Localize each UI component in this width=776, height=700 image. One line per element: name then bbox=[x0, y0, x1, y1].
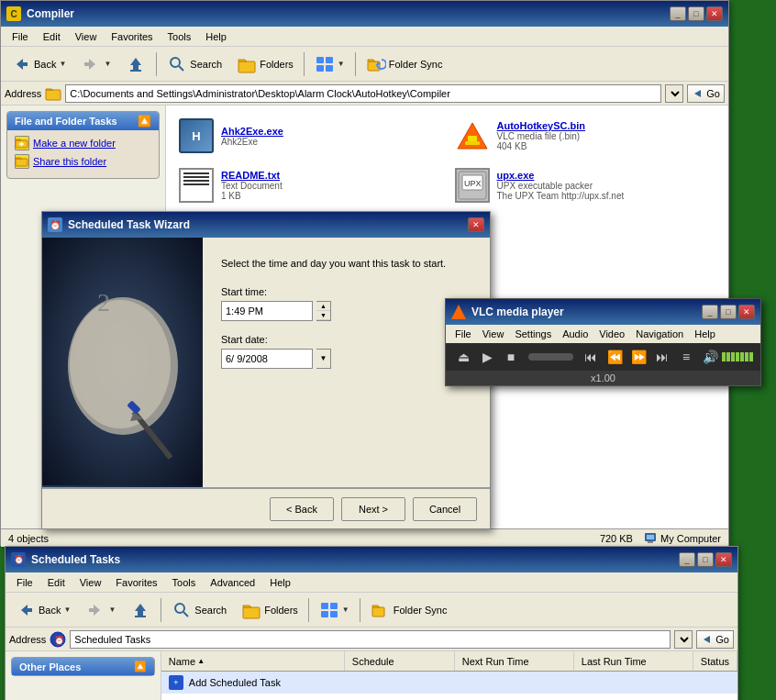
table-row[interactable]: + Add Scheduled Task bbox=[161, 672, 737, 694]
vlc-mute-btn[interactable]: 🔊 bbox=[700, 347, 720, 367]
tasks-folder-sync-btn[interactable]: Folder Sync bbox=[364, 596, 454, 624]
back-btn[interactable]: < Back bbox=[270, 497, 334, 521]
vlc-close-btn[interactable]: ✕ bbox=[738, 305, 755, 319]
tasks-minimize-btn[interactable]: _ bbox=[679, 552, 695, 567]
tasks-view-btn[interactable]: ▼ bbox=[313, 596, 356, 624]
vlc-eject-btn[interactable]: ⏏ bbox=[453, 347, 473, 367]
tasks-forward-btn[interactable]: ▼ bbox=[79, 596, 122, 624]
tasks-up-btn[interactable] bbox=[124, 596, 157, 624]
computer-label: My Computer bbox=[644, 532, 721, 545]
wizard-close-btn[interactable]: ✕ bbox=[468, 217, 484, 232]
menu-file[interactable]: File bbox=[5, 29, 36, 44]
menu-edit[interactable]: Edit bbox=[36, 29, 68, 44]
col-name[interactable]: Name ▲ bbox=[161, 651, 345, 671]
tasks-menu-file[interactable]: File bbox=[9, 575, 40, 590]
vlc-stop-btn[interactable]: ■ bbox=[501, 347, 521, 367]
time-spinner-up[interactable]: ▲ bbox=[316, 302, 330, 311]
vlc-playlist-btn[interactable]: ≡ bbox=[676, 347, 696, 367]
search-button[interactable]: Search bbox=[161, 50, 228, 78]
vlc-maximize-btn[interactable]: □ bbox=[720, 305, 737, 319]
svg-rect-7 bbox=[316, 57, 324, 63]
file-upx[interactable]: UPX upx.exe UPX executable packer The UP… bbox=[451, 164, 720, 206]
vlc-volume: 🔊 bbox=[700, 347, 753, 367]
tasks-address-label: Address bbox=[9, 634, 46, 645]
share-folder-link[interactable]: Share this folder bbox=[15, 154, 151, 169]
tasks-address-dropdown[interactable]: ▼ bbox=[674, 630, 693, 649]
tasks-up-icon bbox=[130, 600, 150, 620]
tasks-menu-help[interactable]: Help bbox=[262, 575, 298, 590]
tasks-menu-edit[interactable]: Edit bbox=[40, 575, 72, 590]
start-time-label: Start time: bbox=[221, 286, 471, 297]
view-button[interactable]: ▼ bbox=[308, 50, 351, 78]
col-schedule[interactable]: Schedule bbox=[345, 651, 455, 671]
vlc-prev-btn[interactable]: ⏮ bbox=[581, 347, 601, 367]
forward-button[interactable]: ▼ bbox=[74, 50, 117, 78]
svg-marker-1 bbox=[84, 59, 95, 70]
tasks-menu-view[interactable]: View bbox=[72, 575, 109, 590]
menu-view[interactable]: View bbox=[68, 29, 105, 44]
tasks-menu-favorites[interactable]: Favorites bbox=[108, 575, 164, 590]
vlc-rewind-btn[interactable]: ⏪ bbox=[604, 347, 625, 367]
next-btn[interactable]: Next > bbox=[341, 497, 405, 521]
svg-rect-21 bbox=[468, 136, 477, 141]
tasks-search-btn[interactable]: Search bbox=[165, 596, 233, 624]
back-button[interactable]: Back ▼ bbox=[5, 50, 72, 78]
vlc-menu-help[interactable]: Help bbox=[689, 327, 721, 341]
compiler-title: Compiler bbox=[27, 7, 74, 20]
date-dropdown-arrow[interactable]: ▼ bbox=[316, 349, 331, 369]
tasks-folder-sync-icon bbox=[371, 600, 391, 620]
file-ahk2exe[interactable]: H Ahk2Exe.exe Ahk2Exe bbox=[175, 115, 444, 157]
col-status[interactable]: Status bbox=[693, 651, 737, 671]
up-button[interactable] bbox=[119, 50, 152, 78]
tasks-close-btn[interactable]: ✕ bbox=[715, 552, 732, 567]
tasks-menu-advanced[interactable]: Advanced bbox=[203, 575, 262, 590]
tasks-back-btn[interactable]: Back ▼ bbox=[9, 596, 77, 624]
vlc-titlebar: VLC media player _ □ ✕ bbox=[446, 299, 760, 325]
compiler-toolbar: Back ▼ ▼ Search Folders bbox=[1, 47, 728, 82]
col-next-run[interactable]: Next Run Time bbox=[455, 651, 574, 671]
vlc-minimize-btn[interactable]: _ bbox=[702, 305, 718, 319]
address-dropdown[interactable]: ▼ bbox=[665, 84, 683, 103]
vlc-play-btn[interactable]: ▶ bbox=[477, 347, 497, 367]
tasks-folders-btn[interactable]: Folders bbox=[235, 596, 305, 624]
folders-button[interactable]: Folders bbox=[230, 50, 300, 78]
cancel-btn[interactable]: Cancel bbox=[413, 497, 477, 521]
tasks-menu-tools[interactable]: Tools bbox=[165, 575, 204, 590]
tasks-go-btn[interactable]: Go bbox=[696, 630, 734, 649]
compiler-minimize-btn[interactable]: _ bbox=[670, 6, 686, 21]
vlc-next-btn[interactable]: ⏭ bbox=[652, 347, 672, 367]
vlc-vol-seg-6 bbox=[745, 352, 748, 361]
address-go-btn[interactable]: Go bbox=[687, 84, 725, 103]
menu-help[interactable]: Help bbox=[198, 29, 234, 44]
menu-tools[interactable]: Tools bbox=[161, 29, 199, 44]
vlc-menu-file[interactable]: File bbox=[449, 327, 477, 341]
compiler-controls: _ □ ✕ bbox=[670, 6, 723, 21]
time-spinner-down[interactable]: ▼ bbox=[316, 311, 330, 320]
time-spinner[interactable]: ▲ ▼ bbox=[316, 301, 331, 321]
vlc-progress-bar[interactable] bbox=[528, 353, 573, 361]
tasks-sidebar: Other Places 🔼 bbox=[6, 651, 161, 700]
file-autohotkey-bin[interactable]: AutoHotkeySC.bin VLC media file (.bin) 4… bbox=[451, 115, 720, 157]
start-time-group: Start time: ▲ ▼ bbox=[221, 286, 471, 321]
file-readme[interactable]: README.txt Text Document 1 KB bbox=[175, 164, 444, 206]
start-time-input[interactable] bbox=[221, 301, 313, 321]
tasks-back-icon bbox=[16, 600, 36, 620]
address-field[interactable] bbox=[65, 84, 661, 103]
vlc-menu-view[interactable]: View bbox=[477, 327, 510, 341]
vlc-bin-icon bbox=[455, 118, 490, 153]
menu-favorites[interactable]: Favorites bbox=[104, 29, 160, 44]
tasks-address-field[interactable] bbox=[70, 630, 671, 649]
tasks-titlebar: ⏰ Scheduled Tasks _ □ ✕ bbox=[6, 547, 737, 572]
folder-sync-button[interactable]: Folder Sync bbox=[360, 50, 449, 78]
compiler-close-btn[interactable]: ✕ bbox=[706, 6, 723, 21]
vlc-menu-navigation[interactable]: Navigation bbox=[630, 327, 689, 341]
vlc-menu-video[interactable]: Video bbox=[593, 327, 630, 341]
start-date-input[interactable] bbox=[221, 349, 313, 369]
make-new-folder-link[interactable]: Make a new folder bbox=[15, 136, 151, 150]
vlc-forward-btn[interactable]: ⏩ bbox=[628, 347, 649, 367]
compiler-maximize-btn[interactable]: □ bbox=[688, 6, 704, 21]
tasks-maximize-btn[interactable]: □ bbox=[697, 552, 714, 567]
col-last-run[interactable]: Last Run Time bbox=[574, 651, 693, 671]
vlc-menu-audio[interactable]: Audio bbox=[557, 327, 593, 341]
vlc-menu-settings[interactable]: Settings bbox=[509, 327, 557, 341]
